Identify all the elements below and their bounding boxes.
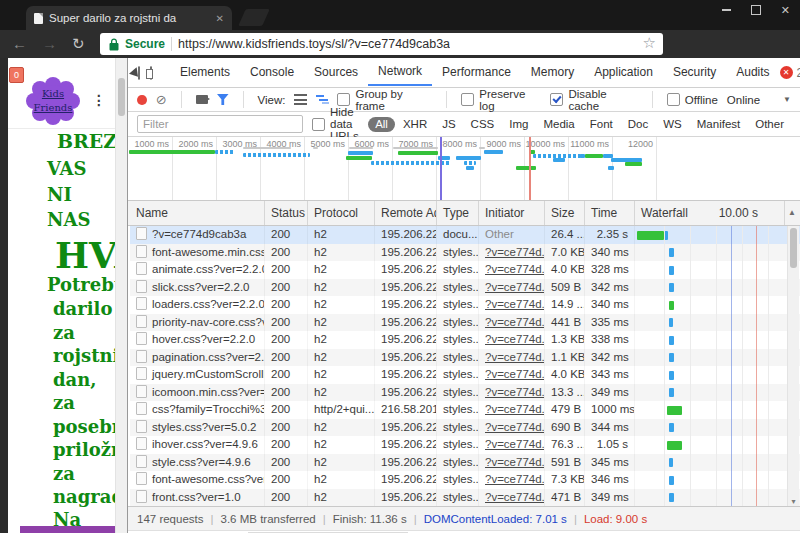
initiator-link[interactable]: ?v=ce774d... [485,316,545,328]
column-header-protocol[interactable]: Protocol [308,201,375,225]
address-bar[interactable]: Secure https://www.kidsfriends.toys/sl/?… [100,33,663,55]
bookmark-star-icon[interactable]: ☆ [643,34,656,52]
preserve-log-label[interactable]: Preserve log [479,88,541,112]
filter-pill-media[interactable]: Media [536,117,581,132]
request-row[interactable]: jquery.mCustomScrollb...200h2195.206.22.… [130,366,800,384]
initiator-link[interactable]: ?v=ce774d... [485,403,545,415]
request-row[interactable]: font-awesome.min.css?...200h2195.206.22.… [130,244,800,262]
clear-icon[interactable]: ⊘ [156,94,167,106]
initiator-link[interactable]: ?v=ce774d... [485,386,545,398]
request-row[interactable]: slick.css?ver=2.2.0200h2195.206.22...sty… [130,279,800,297]
initiator-link[interactable]: ?v=ce774d... [485,333,545,345]
offline-checkbox[interactable] [667,93,680,106]
tab-security[interactable]: Security [663,59,726,86]
request-row[interactable]: style.css?ver=4.9.6200h2195.206.22...sty… [130,454,800,472]
initiator-link[interactable]: ?v=ce774d... [485,438,545,450]
window-maximize-button[interactable] [751,5,761,15]
disable-cache-checkbox[interactable] [550,93,563,106]
window-minimize-button[interactable] [722,9,731,11]
group-by-frame-checkbox[interactable] [337,93,350,106]
filter-pill-ws[interactable]: WS [656,117,689,132]
initiator-link[interactable]: ?v=ce774d... [485,368,545,380]
initiator-link[interactable]: ?v=ce774d... [485,298,545,310]
tab-close-icon[interactable]: ✕ [216,13,224,24]
column-header-size[interactable]: Size [545,201,585,225]
error-badge-icon[interactable]: ✕ [780,66,793,79]
initiator-link[interactable]: ?v=ce774d... [485,246,545,258]
tab-memory[interactable]: Memory [521,59,584,86]
disable-cache-label[interactable]: Disable cache [568,88,637,112]
column-header-name[interactable]: Name [130,201,265,225]
browser-tab[interactable]: Super darilo za rojstni da ✕ [26,6,232,30]
preserve-log-checkbox[interactable] [461,93,474,106]
request-row[interactable]: icomoon.min.css?ver=2.8200h2195.206.22..… [130,384,800,402]
initiator-link[interactable]: ?v=ce774d... [485,263,545,275]
table-scrollbar[interactable]: ▾ [787,226,799,506]
filter-pill-css[interactable]: CSS [464,117,502,132]
filter-pill-img[interactable]: Img [502,117,535,132]
filter-pill-other[interactable]: Other [748,117,791,132]
initiator-link[interactable]: ?v=ce774d... [485,421,545,433]
window-close-button[interactable]: ✕ [781,4,790,17]
column-header-status[interactable]: Status [265,201,308,225]
hide-data-urls-checkbox[interactable] [312,118,325,131]
page-scrollbar-thumb[interactable] [118,78,125,116]
filter-pill-xhr[interactable]: XHR [396,117,434,132]
record-button[interactable] [137,95,147,105]
url-text[interactable]: https://www.kidsfriends.toys/sl/?v=ce774… [178,37,450,51]
request-row[interactable]: ?v=ce774d9cab3a200h2195.206.22...docu...… [130,226,800,244]
filter-pill-manifest[interactable]: Manifest [690,117,747,132]
request-row[interactable]: priority-nav-core.css?ve...200h2195.206.… [130,314,800,332]
screenshot-capture-icon[interactable] [196,95,209,104]
new-tab-button[interactable] [238,9,270,26]
tab-audits[interactable]: Audits [726,59,779,86]
filter-input[interactable] [137,115,303,133]
request-row[interactable]: hover.css?ver=2.2.0200h2195.206.22...sty… [130,331,800,349]
initiator-link[interactable]: ?v=ce774d... [485,456,545,468]
column-header-waterfall[interactable]: Waterfall10.00 s [635,201,785,225]
column-header-initiator[interactable]: Initiator [479,201,545,225]
kids-friends-logo[interactable]: Kids Friends [26,76,80,126]
tab-network[interactable]: Network [368,59,432,86]
view-waterfall-icon[interactable] [316,94,329,105]
request-row[interactable]: pagination.css?ver=2.2.0200h2195.206.22.… [130,349,800,367]
view-list-icon[interactable] [294,94,307,105]
request-row[interactable]: font-awesome.css?ver=...200h2195.206.22.… [130,471,800,489]
initiator-link[interactable]: ?v=ce774d... [485,351,545,363]
scroll-down-icon[interactable]: ▾ [788,497,799,506]
column-header-remote-ad-[interactable]: Remote Ad... [375,201,437,225]
forward-icon[interactable]: → [42,35,57,53]
sort-ascending-icon[interactable]: ▲ [785,201,799,225]
page-scrollbar[interactable] [115,58,127,533]
throttling-select[interactable]: Online [727,94,760,106]
tab-console[interactable]: Console [240,59,304,86]
offline-label[interactable]: Offline [685,94,718,106]
throttling-dropdown-icon[interactable]: ▼ [783,95,791,104]
network-overview-timeline[interactable]: 1000 ms2000 ms3000 ms4000 ms5000 ms6000 … [128,137,800,201]
initiator-link[interactable]: ?v=ce774d... [485,281,545,293]
column-header-time[interactable]: Time [585,201,635,225]
page-menu-dots-icon[interactable]: ⋮ [92,92,106,108]
request-row[interactable]: css?family=Trocchi%3A...200http/2+qui...… [130,401,800,419]
group-by-frame-label[interactable]: Group by frame [355,88,432,112]
back-icon[interactable]: ← [12,35,27,53]
tab-sources[interactable]: Sources [304,59,368,86]
initiator-link[interactable]: ?v=ce774d... [485,491,545,503]
request-row[interactable]: ihover.css?ver=4.9.6200h2195.206.22...st… [130,436,800,454]
request-row[interactable]: styles.css?ver=5.0.2200h2195.206.22...st… [130,419,800,437]
column-header-type[interactable]: Type [437,201,479,225]
filter-funnel-icon[interactable] [217,94,229,105]
filter-pill-js[interactable]: JS [435,117,462,132]
tab-performance[interactable]: Performance [432,59,521,86]
tab-application[interactable]: Application [584,59,663,86]
table-scrollbar-thumb[interactable] [790,228,797,268]
reload-icon[interactable]: ↻ [72,35,85,53]
tab-elements[interactable]: Elements [170,59,240,86]
request-row[interactable]: loaders.css?ver=2.2.0200h2195.206.22...s… [130,296,800,314]
inspect-element-icon[interactable] [138,66,140,80]
device-toolbar-icon[interactable] [150,66,152,80]
request-row[interactable]: front.css?ver=1.0200h2195.206.22...style… [130,489,800,507]
filter-pill-doc[interactable]: Doc [621,117,655,132]
filter-pill-all[interactable]: All [368,117,395,132]
initiator-link[interactable]: ?v=ce774d... [485,473,545,485]
